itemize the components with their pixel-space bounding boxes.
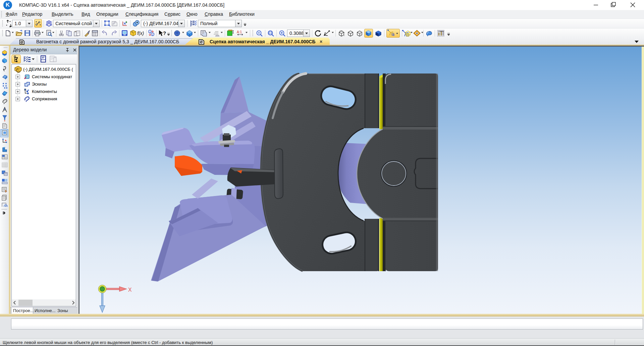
svg-text:?: ? [163, 30, 166, 36]
svg-text:f(x): f(x) [137, 31, 144, 36]
svg-text:X: X [128, 287, 132, 293]
svg-text:?: ? [131, 31, 133, 34]
svg-text:1: 1 [149, 30, 151, 33]
svg-text:A:1: A:1 [237, 30, 242, 34]
svg-text:2: 2 [152, 33, 154, 36]
